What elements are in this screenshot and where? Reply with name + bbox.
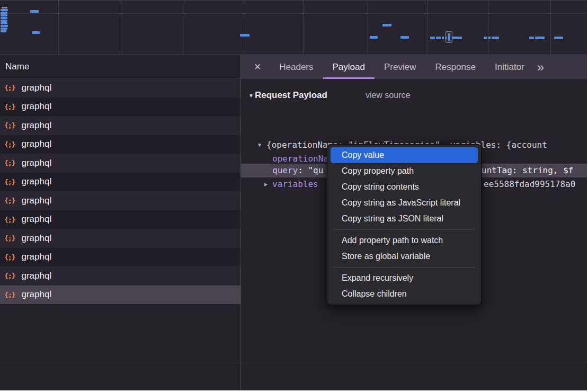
json-colon: : (298, 165, 308, 175)
request-name: graphql (21, 101, 51, 112)
menu-item-collapse-children[interactable]: Collapse children (331, 286, 478, 302)
expand-arrow-icon[interactable]: ▼ (258, 138, 261, 152)
menu-item-copy-string-contents[interactable]: Copy string contents (331, 179, 478, 195)
request-payload-section-header[interactable]: ▼ Request Payload view source (241, 87, 587, 103)
json-key: variables (272, 177, 318, 191)
menu-separator (333, 267, 475, 268)
overview-gridline (427, 1, 427, 54)
request-timing-bar (370, 36, 378, 39)
request-timing-bar (400, 36, 409, 39)
request-row[interactable]: {;}graphql (0, 173, 240, 192)
footer-divider (0, 361, 587, 361)
request-row[interactable]: {;}graphql (0, 266, 240, 286)
request-timing-bar (535, 37, 545, 39)
request-name: graphql (21, 214, 51, 225)
menu-item-copy-property-path[interactable]: Copy property path (331, 163, 478, 179)
request-name: graphql (21, 139, 51, 149)
network-overview-timeline[interactable] (0, 0, 587, 55)
json-key: query (272, 165, 298, 175)
detail-tabbar: ✕ HeadersPayloadPreviewResponseInitiator… (241, 55, 587, 79)
close-panel-icon[interactable]: ✕ (254, 61, 261, 73)
json-braces-icon: {;} (4, 103, 15, 111)
tab-response[interactable]: Response (425, 55, 485, 79)
request-timing-bar (554, 37, 563, 39)
request-timing-bar (1, 25, 8, 27)
request-timing-bar (2, 7, 7, 8)
request-row[interactable]: {;}graphql (0, 97, 240, 117)
json-braces-icon: {;} (4, 84, 15, 92)
tab-preview[interactable]: Preview (375, 55, 425, 79)
request-timing-bar (1, 30, 6, 32)
request-row[interactable]: {;}graphql (0, 229, 240, 248)
request-timing-bar (436, 37, 441, 39)
request-row[interactable]: {;}graphql (0, 116, 240, 135)
request-timing-bar (1, 9, 8, 11)
tab-initiator[interactable]: Initiator (485, 55, 534, 79)
requests-list-panel: Name {;}graphql{;}graphql{;}graphql{;}gr… (0, 55, 240, 361)
menu-item-expand-recursively[interactable]: Expand recursively (331, 270, 478, 286)
request-timing-bar (1, 22, 7, 24)
request-timing-bar (30, 10, 39, 13)
request-timing-bar (32, 31, 40, 34)
overview-gridline (58, 1, 59, 54)
json-braces-icon: {;} (4, 272, 15, 280)
menu-separator (333, 229, 475, 230)
detail-tabs: HeadersPayloadPreviewResponseInitiator (270, 55, 533, 79)
json-braces-icon: {;} (4, 159, 15, 167)
request-timing-bar (488, 37, 491, 39)
request-row[interactable]: {;}graphql (0, 154, 240, 173)
tab-headers[interactable]: Headers (270, 55, 323, 79)
json-string-value: "qu (308, 165, 323, 175)
request-timing-bar (1, 28, 7, 30)
overview-gridline (488, 1, 488, 54)
overview-gridline (368, 1, 368, 54)
name-column-header[interactable]: Name (0, 55, 240, 78)
more-tabs-icon[interactable]: » (537, 55, 544, 79)
context-menu: Copy valueCopy property pathCopy string … (327, 144, 482, 305)
request-name: graphql (21, 252, 51, 262)
menu-item-store-as-global-variable[interactable]: Store as global variable (331, 248, 478, 264)
request-name: graphql (21, 289, 51, 300)
request-row[interactable]: {;}graphql (0, 191, 240, 210)
json-braces-icon: {;} (4, 140, 15, 148)
request-timing-bar (529, 37, 534, 39)
disclosure-triangle-icon[interactable]: ▼ (248, 93, 254, 99)
menu-item-copy-string-as-json-literal[interactable]: Copy string as JSON literal (331, 211, 478, 227)
request-name: graphql (21, 158, 51, 168)
request-name: graphql (21, 83, 51, 93)
request-row[interactable]: {;}graphql (0, 286, 240, 305)
menu-item-copy-value[interactable]: Copy value (331, 147, 478, 163)
json-braces-icon: {;} (4, 197, 15, 204)
menu-item-add-property-path-to-watch[interactable]: Add property path to watch (331, 233, 478, 248)
json-value-fragment: untTag: string, $f (482, 164, 573, 177)
request-timing-bar (1, 12, 7, 14)
request-timing-bar (452, 37, 462, 39)
request-name: graphql (21, 120, 51, 131)
request-row[interactable]: {;}graphql (0, 78, 240, 97)
overview-gridline (183, 1, 183, 54)
devtools-window: Name {;}graphql{;}graphql{;}graphql{;}gr… (0, 0, 587, 390)
tab-payload[interactable]: Payload (323, 55, 375, 79)
json-braces-icon: {;} (4, 121, 15, 129)
request-name: graphql (21, 176, 51, 187)
json-braces-icon: {;} (4, 234, 15, 242)
request-timing-bar (382, 24, 391, 26)
collapse-arrow-icon[interactable]: ▶ (264, 177, 268, 191)
request-row[interactable]: {;}graphql (0, 210, 240, 229)
requests-list-empty-area (0, 305, 240, 361)
json-braces-icon: {;} (4, 291, 15, 299)
view-source-link[interactable]: view source (366, 91, 410, 100)
request-row[interactable]: {;}graphql (0, 135, 240, 154)
requests-list: {;}graphql{;}graphql{;}graphql{;}graphql… (0, 78, 240, 304)
json-braces-icon: {;} (4, 216, 15, 224)
overview-gridline (550, 1, 551, 54)
menu-item-copy-string-as-javascript-literal[interactable]: Copy string as JavaScript literal (331, 195, 478, 211)
overview-gridline (0, 13, 587, 14)
request-name: graphql (21, 271, 51, 281)
json-braces-icon: {;} (4, 253, 15, 261)
section-title: Request Payload (255, 90, 327, 101)
overview-selection-box (446, 31, 452, 43)
request-row[interactable]: {;}graphql (0, 248, 240, 267)
request-timing-bar (430, 37, 435, 39)
request-timing-bar (484, 37, 487, 39)
